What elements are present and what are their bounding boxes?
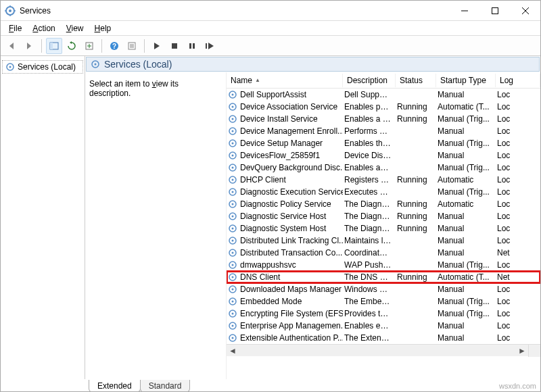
scroll-right-icon[interactable]: ► [516,345,528,357]
table-row[interactable]: Embedded ModeThe Embed...Manual (Trig...… [227,295,540,308]
table-row[interactable]: Enterprise App Managemen...Enables ent..… [227,320,540,332]
close-button[interactable] [510,1,540,20]
svg-point-64 [232,313,234,315]
maximize-button[interactable] [479,1,510,20]
menu-help[interactable]: Help [89,22,117,34]
table-row[interactable]: Device Association ServiceEnables pai...… [227,101,540,113]
gear-icon [228,151,237,160]
service-logon: Loc [496,139,540,148]
view-tabs: Extended Standard [1,378,540,392]
help-button[interactable]: ? [106,38,122,54]
table-row[interactable]: Dell SupportAssistDell Suppor...ManualLo… [227,89,540,101]
table-row[interactable]: Diagnostic Service HostThe Diagno...Runn… [227,210,540,222]
gear-icon [5,62,15,72]
service-description: Windows se... [343,285,396,294]
service-logon: Loc [496,224,540,233]
service-description: WAP Push ... [343,260,396,270]
svg-point-68 [232,337,234,339]
svg-point-36 [232,143,234,145]
minimize-button[interactable] [449,1,479,20]
description-prompt: Select an item to view its description. [89,79,179,98]
table-row[interactable]: Distributed Link Tracking Cl...Maintains… [227,235,540,247]
service-description: Enables pai... [343,102,396,112]
table-row[interactable]: Device Setup ManagerEnables the ...Manua… [227,137,540,149]
service-logon: Loc [496,175,540,185]
service-name: Device Install Service [240,114,318,124]
menu-file[interactable]: File [3,22,27,34]
gear-icon [228,102,237,112]
forward-button[interactable] [21,38,37,54]
column-headers: Name▲ Description Status Startup Type Lo… [227,72,540,89]
svg-rect-22 [206,43,207,49]
gear-icon [228,199,237,209]
gear-icon [228,90,237,99]
svg-point-46 [232,203,234,205]
column-status[interactable]: Status [396,74,436,87]
svg-text:?: ? [112,43,116,50]
table-row[interactable]: Diagnostic Execution ServiceExecutes dia… [227,186,540,198]
service-status: Running [396,212,436,221]
service-logon: Loc [496,297,540,306]
table-row[interactable]: DHCP ClientRegisters an...RunningAutomat… [227,174,540,186]
table-row[interactable]: DevicesFlow_25859f1Device Disc...ManualL… [227,149,540,162]
table-row[interactable]: Downloaded Maps ManagerWindows se...Manu… [227,283,540,295]
column-startup-type[interactable]: Startup Type [436,74,496,87]
table-row[interactable]: dmwappushsvcWAP Push ...Manual (Trig...L… [227,259,540,271]
gear-icon [228,212,237,221]
table-row[interactable]: DevQuery Background Disc...Enables app..… [227,162,540,174]
svg-rect-21 [193,43,195,49]
stop-service-button[interactable] [166,38,183,54]
table-row[interactable]: Distributed Transaction Co...Coordinates… [227,247,540,259]
svg-point-1 [9,9,11,12]
tab-standard[interactable]: Standard [140,380,191,392]
start-service-button[interactable] [149,38,165,54]
show-hide-tree-button[interactable] [46,38,62,54]
gear-icon [228,333,237,343]
table-row[interactable]: Diagnostic Policy ServiceThe Diagno...Ru… [227,198,540,210]
column-name[interactable]: Name▲ [227,74,343,87]
horizontal-scrollbar[interactable]: ◄ ► [227,344,540,356]
restart-service-button[interactable] [202,38,218,54]
service-startup-type: Manual [436,151,496,160]
separator [101,39,102,53]
properties-button[interactable] [124,38,140,54]
menu-action[interactable]: Action [27,22,60,34]
column-description[interactable]: Description [343,74,396,87]
toolbar: ? [1,36,540,56]
services-app-icon [5,5,16,16]
export-list-button[interactable] [81,38,97,54]
svg-point-26 [95,64,97,66]
pause-service-button[interactable] [184,38,200,54]
column-log-on-as[interactable]: Log [496,74,540,87]
table-row[interactable]: Device Management Enroll...Performs D...… [227,125,540,137]
table-row[interactable]: Encrypting File System (EFS)Provides th.… [227,308,540,320]
service-status: Running [396,114,436,124]
back-button[interactable] [3,38,20,54]
service-name: DNS Client [240,272,280,282]
table-row[interactable]: Extensible Authentication P...The Extens… [227,332,540,344]
service-logon: Loc [496,333,540,343]
service-description: Dell Suppor... [343,90,396,99]
scroll-left-icon[interactable]: ◄ [227,345,239,357]
service-description: Enables the ... [343,139,396,148]
gear-icon [228,175,237,185]
list-body[interactable]: Dell SupportAssistDell Suppor...ManualLo… [227,89,540,344]
table-row[interactable]: Device Install ServiceEnables a c...Runn… [227,113,540,125]
service-status: Running [396,224,436,233]
menu-view[interactable]: View [61,22,89,34]
tab-extended[interactable]: Extended [89,380,141,392]
service-startup-type: Manual [436,224,496,233]
refresh-button[interactable] [64,38,80,54]
service-description: Enables a c... [343,114,396,124]
service-startup-type: Manual [436,285,496,294]
service-logon: Loc [496,151,540,160]
service-description: Coordinates... [343,248,396,258]
separator [144,39,145,53]
service-name: DevicesFlow_25859f1 [240,151,320,160]
pane-title: Services (Local) [104,59,172,70]
window-title: Services [20,6,449,16]
tree-item-services-local[interactable]: Services (Local) [2,60,83,74]
svg-rect-11 [50,43,53,49]
table-row[interactable]: Diagnostic System HostThe Diagno...Runni… [227,222,540,235]
table-row[interactable]: DNS ClientThe DNS Cli...RunningAutomatic… [227,271,540,283]
